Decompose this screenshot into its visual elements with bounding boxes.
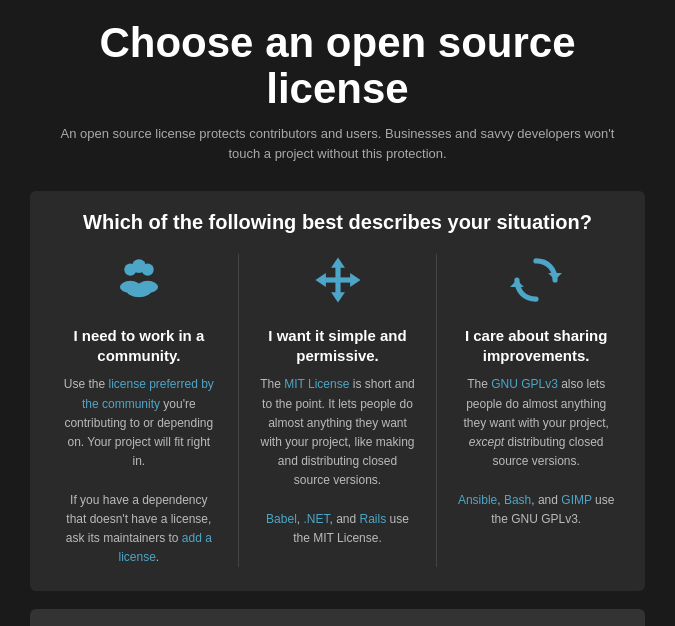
section1-title: Which of the following best describes yo… — [40, 211, 635, 234]
gpl-link[interactable]: GNU GPLv3 — [491, 377, 558, 391]
card-community-heading: I need to work in a community. — [60, 326, 218, 365]
page-subtitle: An open source license protects contribu… — [48, 124, 628, 163]
sharing-icon — [457, 254, 615, 316]
svg-point-2 — [132, 260, 146, 274]
ansible-link[interactable]: Ansible — [458, 493, 497, 507]
page-header: Choose an open source license An open so… — [0, 0, 675, 173]
rails-link[interactable]: Rails — [360, 512, 387, 526]
card-community: I need to work in a community. Use the l… — [50, 254, 228, 567]
permissive-icon — [259, 254, 417, 316]
section-situation: Which of the following best describes yo… — [30, 191, 645, 591]
gimp-link[interactable]: GIMP — [561, 493, 591, 507]
divider-2 — [436, 254, 437, 567]
card-permissive-body: The MIT License is short and to the poin… — [259, 375, 417, 548]
card-community-body: Use the license preferred by the communi… — [60, 375, 218, 567]
card-permissive-heading: I want it simple and permissive. — [259, 326, 417, 365]
cards-row: I need to work in a community. Use the l… — [40, 254, 635, 567]
mit-license-link[interactable]: MIT License — [284, 377, 349, 391]
svg-point-5 — [127, 284, 151, 298]
bash-link[interactable]: Bash — [504, 493, 531, 507]
community-icon — [60, 254, 218, 316]
dotnet-link[interactable]: .NET — [303, 512, 329, 526]
svg-marker-13 — [510, 280, 524, 287]
community-license-link[interactable]: license preferred by the community — [82, 377, 214, 410]
divider-1 — [238, 254, 239, 567]
add-license-link[interactable]: add a license — [118, 531, 211, 564]
section-none-work: What if none of these work for me? My pr… — [30, 609, 645, 626]
page-title: Choose an open source license — [40, 20, 635, 112]
card-sharing-body: The GNU GPLv3 also lets people do almost… — [457, 375, 615, 529]
card-sharing-heading: I care about sharing improvements. — [457, 326, 615, 365]
card-sharing: I care about sharing improvements. The G… — [447, 254, 625, 529]
svg-rect-11 — [324, 278, 352, 283]
babel-link[interactable]: Babel — [266, 512, 297, 526]
svg-marker-12 — [548, 273, 562, 280]
card-permissive: I want it simple and permissive. The MIT… — [249, 254, 427, 548]
